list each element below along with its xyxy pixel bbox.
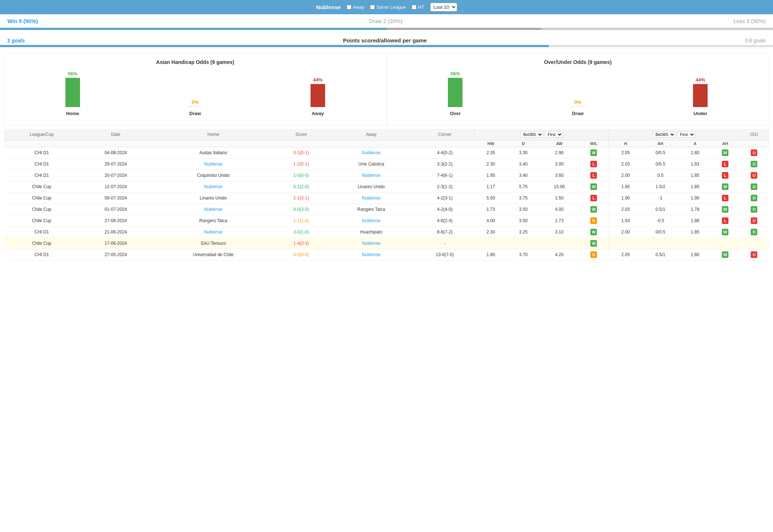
cell-hw <box>475 238 507 249</box>
cell-h: 2.05 <box>609 147 642 159</box>
bet365-select-left[interactable]: Bet365 <box>520 131 543 138</box>
cell-h: 1.93 <box>609 215 642 227</box>
cell-ah2: L <box>712 159 739 170</box>
result-badge: W <box>590 229 597 235</box>
subth-wl: W/L <box>579 140 609 147</box>
cell-a: 1.88 <box>679 215 712 227</box>
cell-date: 20-07-2024 <box>80 170 152 181</box>
home-team: Rangers Talca <box>199 218 228 223</box>
table-row: CHI D1 04-08-2024 Audax Italiano 0-1(0-1… <box>4 147 769 159</box>
cell-ah2: L <box>712 170 739 181</box>
home-team: SAU Temuco <box>201 241 226 246</box>
draw-progress <box>386 28 541 30</box>
home-team-link[interactable]: Nublense <box>204 162 223 167</box>
cell-away: Nublense <box>327 249 415 261</box>
away-team-link[interactable]: Nublense <box>362 241 381 246</box>
result-badge: O <box>751 195 757 201</box>
cell-aw: 4.00 <box>540 204 579 215</box>
table-header-row: League/Cup Date Home Score Away Corner B… <box>4 129 769 140</box>
home-team-link[interactable]: Nublense <box>204 229 223 235</box>
cell-away: Rangers Talca <box>327 204 415 215</box>
away-team-link[interactable]: Nublense <box>362 252 381 257</box>
cell-ah: 0.5/1 <box>642 249 679 261</box>
cell-aw: 3.60 <box>540 170 579 181</box>
th-score: Score <box>275 129 327 140</box>
away-team: Rangers Talca <box>357 207 385 212</box>
goals-progress <box>0 45 773 47</box>
result-badge: U <box>751 251 757 258</box>
asian-handicap-panel: Asian Handicap Odds (9 games) 56% Home 0… <box>4 53 386 125</box>
cell-wl: L <box>579 170 609 181</box>
result-badge: W <box>722 229 728 235</box>
cell-h: 2.03 <box>609 204 642 215</box>
cell-ou <box>739 238 769 249</box>
cell-hw: 1.95 <box>475 170 507 181</box>
result-badge: L <box>590 161 597 167</box>
cell-aw: 1.50 <box>540 193 579 204</box>
cell-corner: 13-0(7-0) <box>415 249 475 261</box>
win-progress <box>0 28 386 30</box>
cell-ah2: W <box>712 147 739 159</box>
away-team-link[interactable]: Nublense <box>362 150 381 155</box>
goals-bar: 2 goals Points scored/allowed per game 0… <box>0 34 773 45</box>
ou-under-bar: 44% Under <box>693 77 708 116</box>
cell-a: 1.90 <box>679 193 712 204</box>
table-row: Chile Cup 27-06-2024 Rangers Talca 1-1(1… <box>4 215 769 227</box>
draw-stat: Draw 2 (20%) <box>369 18 403 24</box>
table-row: CHI D1 21-06-2024 Nublense 3-0(1-0) Huac… <box>4 227 769 238</box>
home-team-link[interactable]: Nublense <box>204 184 223 189</box>
table-row: CHI D1 29-07-2024 Nublense 1-2(0-1) Univ… <box>4 159 769 170</box>
cell-d: 3.25 <box>507 227 540 238</box>
ht-checkbox-label[interactable]: HT <box>412 4 424 10</box>
first-select-left[interactable]: First <box>545 131 563 138</box>
first-select-right[interactable]: First <box>677 131 695 138</box>
cell-ah: -0.5 <box>642 215 679 227</box>
odds-section: Asian Handicap Odds (9 games) 56% Home 0… <box>4 53 769 125</box>
cell-h: 2.00 <box>609 170 642 181</box>
last-n-select[interactable]: Last 10 Last 5 Last 20 <box>430 3 457 11</box>
th-league: League/Cup <box>4 129 80 140</box>
header-bar: Nublense Away Same League HT Last 10 Las… <box>0 0 773 14</box>
bet365-select-right[interactable]: Bet365 <box>652 131 675 138</box>
cell-corner: 4-8(2-4) <box>415 215 475 227</box>
away-team-link[interactable]: Nublense <box>362 173 381 178</box>
cell-date: 21-06-2024 <box>80 227 152 238</box>
cell-home: Nublense <box>152 204 275 215</box>
cell-wl: L <box>579 193 609 204</box>
result-badge: L <box>590 172 597 179</box>
away-checkbox[interactable] <box>347 5 351 10</box>
result-badge: W <box>590 149 597 156</box>
cell-ah: 0/0.5 <box>642 227 679 238</box>
ht-checkbox[interactable] <box>412 5 416 10</box>
cell-corner: 3-3(2-2) <box>415 159 475 170</box>
subth-hw: HW <box>475 140 507 147</box>
cell-score: 5-1(2-0) <box>275 181 327 193</box>
cell-hw: 1.17 <box>475 181 507 193</box>
same-league-checkbox-label[interactable]: Same League <box>370 4 406 10</box>
cell-away: Nublense <box>327 215 415 227</box>
cell-league: CHI D1 <box>4 147 80 159</box>
cell-ou: O <box>739 227 769 238</box>
cell-ah: -1 <box>642 193 679 204</box>
cell-date: 17-06-2024 <box>80 238 152 249</box>
home-team-link[interactable]: Nublense <box>204 207 223 212</box>
cell-score: 1-2(0-1) <box>275 159 327 170</box>
cell-hw: 5.50 <box>475 193 507 204</box>
same-league-checkbox[interactable] <box>370 5 375 10</box>
cell-league: Chile Cup <box>4 204 80 215</box>
subth-ah2: AH <box>712 140 739 147</box>
cell-league: Chile Cup <box>4 215 80 227</box>
over-under-bars: 56% Over 0% Draw 44% Under <box>394 72 762 116</box>
away-checkbox-label[interactable]: Away <box>347 4 365 10</box>
cell-league: Chile Cup <box>4 181 80 193</box>
cell-score: 0-1(0-1) <box>275 147 327 159</box>
cell-league: CHI D1 <box>4 249 80 261</box>
away-team-link[interactable]: Nublense <box>362 218 381 223</box>
cell-ou: U <box>739 215 769 227</box>
cell-score: 2-1(0-1) <box>275 193 327 204</box>
cell-league: CHI D1 <box>4 170 80 181</box>
away-team-link[interactable]: Nublense <box>362 195 381 201</box>
cell-away: Nublense <box>327 147 415 159</box>
cell-wl: W <box>579 147 609 159</box>
cell-d: 3.75 <box>507 193 540 204</box>
